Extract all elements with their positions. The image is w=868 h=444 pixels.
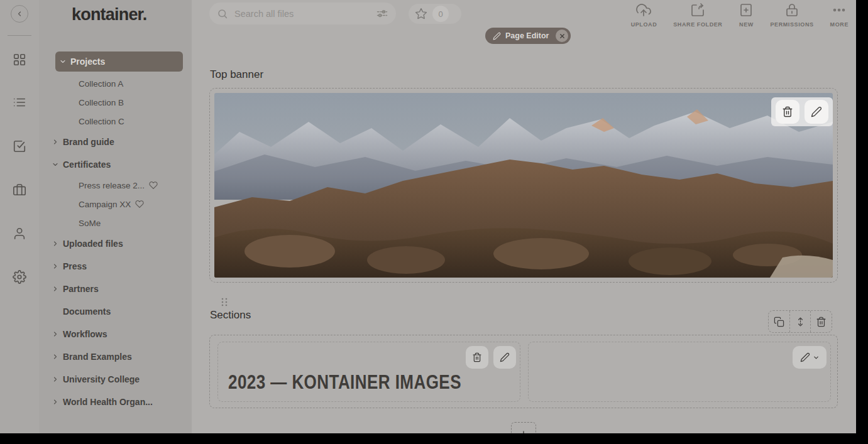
more-button[interactable]: MORE <box>830 3 849 28</box>
chevron-down-icon[interactable] <box>59 58 68 65</box>
pencil-icon <box>493 32 501 40</box>
sidebar-item-partners[interactable]: Partners <box>39 278 192 300</box>
sidebar-item-documents[interactable]: Documents <box>39 300 192 323</box>
share-folder-button[interactable]: SHARE FOLDER <box>673 3 722 28</box>
chevron-down-icon[interactable] <box>52 161 60 168</box>
chevron-right-icon[interactable] <box>52 376 60 383</box>
heart-icon[interactable] <box>149 181 158 190</box>
chevron-right-icon[interactable] <box>52 138 60 146</box>
close-page-editor-button[interactable] <box>556 30 568 42</box>
duplicate-section-button[interactable] <box>769 311 789 332</box>
approvals-icon[interactable] <box>13 139 26 153</box>
sidebar-item-label: Press release 2... <box>79 181 145 190</box>
sidebar-item-certificates[interactable]: Certificates <box>39 153 192 176</box>
sections-container[interactable]: 2023 — KONTAINER IMAGES <box>209 335 838 408</box>
copy-icon <box>774 317 784 327</box>
sidebar-item-projects[interactable]: Projects <box>55 51 183 72</box>
folder-tree: ProjectsCollection ACollection BCollecti… <box>39 51 192 433</box>
chevron-right-icon[interactable] <box>52 330 60 338</box>
briefcase-icon[interactable] <box>13 183 26 197</box>
rail-divider <box>8 35 31 36</box>
sidebar-item-trash[interactable]: Trash <box>39 427 192 433</box>
sections-heading: Sections <box>210 309 251 322</box>
list-view-icon[interactable] <box>13 95 26 109</box>
sidebar-item-campaign-xx[interactable]: Campaign XX <box>39 195 192 214</box>
chevron-right-icon[interactable] <box>52 353 60 360</box>
star-icon <box>415 8 427 20</box>
close-icon <box>559 33 566 40</box>
sidebar-item-collection-c[interactable]: Collection C <box>39 112 192 131</box>
sidebar-item-some[interactable]: SoMe <box>39 214 192 232</box>
heart-icon[interactable] <box>135 200 144 208</box>
pencil-icon <box>800 352 810 362</box>
trash-icon <box>782 106 793 117</box>
sidebar-item-brand-examples[interactable]: Brand Examples <box>39 345 192 368</box>
upload-cloud-icon <box>636 3 651 18</box>
search-filters-icon[interactable] <box>376 8 388 20</box>
sidebar-item-uploaded-files[interactable]: Uploaded files <box>39 232 192 255</box>
sidebar-item-workflows[interactable]: Workflows <box>39 323 192 345</box>
pencil-icon <box>500 352 510 362</box>
top-banner-dropzone[interactable] <box>209 88 838 283</box>
sidebar-item-collection-b[interactable]: Collection B <box>39 93 192 112</box>
sidebar-item-press[interactable]: Press <box>39 255 192 278</box>
sidebar-item-label: World Health Organ... <box>63 397 153 407</box>
sidebar: kontainer. ProjectsCollection ACollectio… <box>39 0 192 433</box>
sidebar-item-label: University College <box>63 374 140 384</box>
sidebar-item-label: Collection C <box>79 117 124 126</box>
sidebar-item-world-health-organ[interactable]: World Health Organ... <box>39 391 192 413</box>
add-section-button[interactable] <box>511 422 536 433</box>
sidebar-item-press-release-2[interactable]: Press release 2... <box>39 176 192 195</box>
plus-icon <box>520 430 527 433</box>
permissions-button[interactable]: PERMISSIONS <box>770 3 813 28</box>
page-editor-badge: Page Editor <box>485 28 571 44</box>
new-folder-button[interactable]: NEW <box>739 3 754 28</box>
move-vertical-icon <box>795 317 806 327</box>
banner-tools-panel <box>771 97 833 126</box>
sidebar-resize-handle[interactable] <box>221 298 228 306</box>
sidebar-item-label: Partners <box>63 284 99 294</box>
move-section-button[interactable] <box>789 311 811 332</box>
section-edit-menu-button[interactable] <box>793 346 827 369</box>
chevron-right-icon[interactable] <box>52 285 60 293</box>
delete-section-button[interactable] <box>810 311 832 332</box>
user-icon[interactable] <box>13 227 26 241</box>
collapse-sidebar-button[interactable] <box>11 5 28 23</box>
sidebar-item-label: Brand Examples <box>63 352 132 362</box>
upload-button[interactable]: UPLOAD <box>631 3 657 28</box>
favorites-count-badge: 0 <box>432 6 449 22</box>
search-input[interactable] <box>234 9 376 19</box>
sidebar-item-collection-a[interactable]: Collection A <box>39 74 192 93</box>
chevron-right-icon[interactable] <box>52 398 60 406</box>
section-edit-button[interactable] <box>493 346 516 369</box>
chevron-down-icon <box>813 354 820 361</box>
icon-rail <box>0 0 39 433</box>
section-card-empty[interactable] <box>528 342 831 402</box>
search-bar <box>209 3 396 24</box>
sidebar-item-label: Collection A <box>79 79 123 89</box>
section-title-text: 2023 — KONTAINER IMAGES <box>228 371 461 394</box>
share-folder-icon <box>690 3 705 18</box>
chevron-left-icon <box>16 10 23 18</box>
sidebar-item-label: Brand guide <box>63 137 114 147</box>
grid-view-icon[interactable] <box>13 53 26 67</box>
banner-delete-button[interactable] <box>776 100 799 124</box>
sidebar-item-university-college[interactable]: University College <box>39 368 192 391</box>
section-card-title[interactable]: 2023 — KONTAINER IMAGES <box>217 342 520 402</box>
settings-gear-icon[interactable] <box>13 270 26 284</box>
chevron-right-icon[interactable] <box>52 263 60 270</box>
folder-actions-toolbar: UPLOAD SHARE FOLDER NEW PERMISSIONS MORE <box>631 3 849 28</box>
lock-icon <box>784 3 799 18</box>
trash-icon <box>816 317 827 327</box>
search-icon <box>217 8 228 19</box>
sidebar-item-brand-guide[interactable]: Brand guide <box>39 131 192 153</box>
ellipsis-icon <box>832 3 847 18</box>
sidebar-item-label: Workflows <box>63 329 107 339</box>
favorites-counter[interactable]: 0 <box>409 4 461 24</box>
banner-edit-button[interactable] <box>805 100 828 124</box>
chevron-right-icon[interactable] <box>52 240 60 247</box>
sidebar-item-label: Certificates <box>63 160 111 170</box>
section-delete-button[interactable] <box>466 346 488 369</box>
folder-plus-icon <box>739 3 754 18</box>
top-banner-heading: Top banner <box>210 68 263 81</box>
